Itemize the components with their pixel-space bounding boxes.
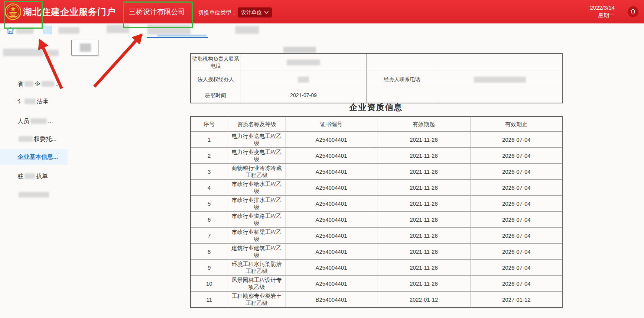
qualification-cell: A254004401 xyxy=(286,180,377,196)
qualification-cell: A254004401 xyxy=(286,132,377,148)
column-header: 资质名称及等级 xyxy=(228,116,286,132)
qualification-cell: 2021-11-28 xyxy=(377,212,471,228)
qualification-cell: 2021-11-28 xyxy=(377,196,471,212)
table-row: 1电力行业送电工程乙级A2540044012021-11-282026-07-0… xyxy=(191,132,562,148)
qualification-cell: 2027-01-12 xyxy=(471,292,562,308)
date-text: 2022/3/14 xyxy=(578,4,615,12)
blurred-text xyxy=(25,173,35,179)
info-cell: 法人授权经办人 xyxy=(191,71,241,88)
table-row: 3商物粮行业冷冻冷藏工程乙级A2540044012021-11-282026-0… xyxy=(191,164,562,180)
table-row: 7市政行业桥梁工程乙级A2540044012021-11-282026-07-0… xyxy=(191,228,562,244)
blurred-tab[interactable] xyxy=(16,28,33,34)
sidebar-item[interactable] xyxy=(17,190,50,200)
qualification-cell: 2021-11-28 xyxy=(377,132,471,148)
active-tab-underline-glow xyxy=(157,35,206,36)
qualification-table-title: 企业资质信息 xyxy=(190,102,562,113)
app-header: 湖北住建企业服务门户 三桥设计有限公司 切换单位类型： 设计单位 2022/3/… xyxy=(0,0,644,23)
qualification-cell: 环境工程水污染防治工程乙级 xyxy=(228,260,286,276)
qualification-cell: 9 xyxy=(191,260,228,276)
qualification-cell: 2026-07-04 xyxy=(471,180,562,196)
qualification-cell: 1 xyxy=(191,132,228,148)
dropdown-popup xyxy=(71,40,98,56)
blurred-text xyxy=(19,136,33,142)
qualification-cell: A254004401 xyxy=(286,164,377,180)
column-header: 序号 xyxy=(191,116,228,132)
qualification-cell: 10 xyxy=(191,276,228,292)
sidebar-item[interactable]: 讠法承 xyxy=(17,97,49,106)
info-cell: 驻鄂时间 xyxy=(191,88,241,103)
sidebar-item-label: ... xyxy=(48,118,53,124)
blurred-active-tab[interactable] xyxy=(147,25,191,35)
info-cell xyxy=(438,88,562,103)
blurred-text xyxy=(287,60,320,65)
qualification-cell: 2026-07-04 xyxy=(471,260,562,276)
table-row: 法人授权经办人经办人联系电话 xyxy=(191,71,562,88)
info-cell xyxy=(241,54,366,71)
notification-bell-button[interactable] xyxy=(628,6,638,17)
blurred-text xyxy=(25,81,33,87)
china-national-emblem-icon xyxy=(5,3,21,20)
qualification-cell: 2026-07-04 xyxy=(471,276,562,292)
qualification-cell: 2021-11-28 xyxy=(377,180,471,196)
qualification-cell: 市政行业道路工程乙级 xyxy=(228,212,286,228)
qualification-cell: A254004401 xyxy=(286,244,377,260)
blurred-text xyxy=(30,118,47,124)
qualification-cell: 2026-07-04 xyxy=(471,212,562,228)
info-cell xyxy=(438,71,562,88)
home-tab-icon[interactable] xyxy=(6,26,15,35)
company-name: 三桥设计有限公司 xyxy=(123,0,191,23)
sidebar-item-label: 企 xyxy=(35,81,40,87)
sidebar-item[interactable]: 省企... xyxy=(17,79,60,89)
sidebar-item-label: 企业基本信息... xyxy=(17,154,58,160)
qualification-cell: 6 xyxy=(191,212,228,228)
info-cell xyxy=(366,54,438,71)
sidebar-item-label: 人员 xyxy=(17,118,29,124)
info-cell xyxy=(438,54,562,71)
sidebar-item-label: 讠 xyxy=(17,98,23,105)
qualification-cell: 2026-07-04 xyxy=(471,132,562,148)
qualification-cell: A254004401 xyxy=(286,276,377,292)
tab-icon[interactable] xyxy=(43,26,52,34)
table-row: 6市政行业道路工程乙级A2540044012021-11-282026-07-0… xyxy=(191,212,562,228)
sidebar-item[interactable]: 人员... xyxy=(17,116,53,126)
sidebar-item-label: ... xyxy=(55,81,60,87)
table-row: 2电力行业变电工程乙级A2540044012021-11-282026-07-0… xyxy=(191,148,562,164)
unit-type-dropdown-button[interactable]: 设计单位 xyxy=(238,7,272,17)
unit-type-value: 设计单位 xyxy=(241,9,262,16)
header-divider xyxy=(620,6,620,18)
sidebar-item-company-basic-info[interactable]: 企业基本信息... xyxy=(0,149,68,165)
qualification-cell: A254004401 xyxy=(286,196,377,212)
table-header-row: 序号资质名称及等级证书编号有效期起有效期止 xyxy=(191,116,562,132)
blurred-tab[interactable] xyxy=(235,26,259,34)
chevron-down-icon xyxy=(264,11,269,14)
info-cell xyxy=(241,71,366,88)
blurred-popup-content xyxy=(80,44,91,52)
qualification-cell: 2021-11-28 xyxy=(377,276,471,292)
qualification-cell: 市政行业桥梁工程乙级 xyxy=(228,228,286,244)
table-row: 驻鄂机构负责人联系电话 xyxy=(191,54,562,71)
qualification-table: 序号资质名称及等级证书编号有效期起有效期止 1电力行业送电工程乙级A254004… xyxy=(190,116,563,308)
page: 湖北住建企业服务门户 三桥设计有限公司 切换单位类型： 设计单位 2022/3/… xyxy=(0,0,644,318)
sidebar-item-label: 权委托... xyxy=(34,136,56,142)
info-cell: 驻鄂机构负责人联系电话 xyxy=(191,54,241,71)
sidebar-item[interactable]: 权委托... xyxy=(17,134,56,144)
blurred-text xyxy=(19,192,49,197)
blurred-sidebar-heading xyxy=(46,50,59,56)
info-cell xyxy=(366,88,438,103)
blurred-tab[interactable] xyxy=(58,27,79,34)
sidebar-item[interactable]: 驻执单 xyxy=(17,171,48,181)
blurred-text xyxy=(298,77,309,83)
sidebar-item-label: 驻 xyxy=(17,173,23,179)
table-row: 9环境工程水污染防治工程乙级A2540044012021-11-282026-0… xyxy=(191,260,562,276)
qualification-cell: 2026-07-04 xyxy=(471,164,562,180)
qualification-cell: A254004401 xyxy=(286,212,377,228)
column-header: 有效期止 xyxy=(471,116,562,132)
table-row: 5市政行业排水工程乙级A2540044012021-11-282026-07-0… xyxy=(191,196,562,212)
sidebar-item-label: 法承 xyxy=(37,98,49,105)
blurred-tab[interactable] xyxy=(107,25,129,33)
qualification-cell: 2026-07-04 xyxy=(471,196,562,212)
qualification-cell: 2026-07-04 xyxy=(471,228,562,244)
qualification-cell: 7 xyxy=(191,228,228,244)
qualification-cell: 3 xyxy=(191,164,228,180)
blurred-text xyxy=(25,99,36,104)
